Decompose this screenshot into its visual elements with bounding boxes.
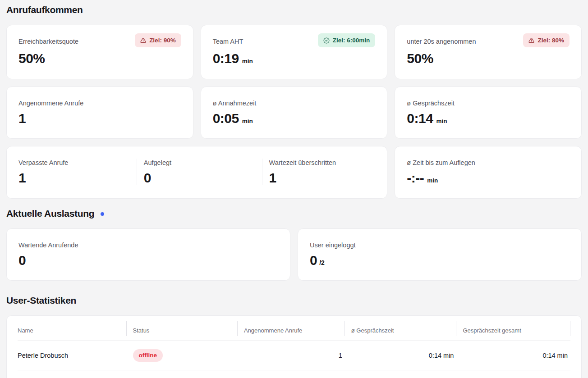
- warning-icon: [140, 37, 146, 43]
- kpi-card-angenommene-anrufe: Angenommene Anrufe 1: [6, 87, 193, 139]
- column-header-gespraechszeit: ø Gesprächszeit: [345, 316, 457, 341]
- kpi-unit: min: [242, 118, 253, 124]
- kpi-value: 0:14min: [407, 111, 570, 126]
- kpi-label: Wartende Anrufende: [18, 241, 78, 249]
- user-total-time-cell: -:-- min: [456, 370, 570, 378]
- kpi-card-wartende-anrufende: Wartende Anrufende 0: [6, 228, 290, 281]
- user-statistics-table-card: Name Status Angenommene Anrufe ø Gespräc…: [6, 315, 582, 378]
- kpi-row-1: Erreichbarkeitsquote Ziel: 90% 50% Team …: [6, 25, 582, 79]
- kpi-unit: min: [242, 58, 253, 64]
- target-badge-label: Ziel: 90%: [149, 37, 176, 44]
- kpi-card-header: Team AHT Ziel: 6:00min: [213, 37, 376, 47]
- kpi-label: Verpasste Anrufe: [18, 159, 68, 167]
- kpi-unit: min: [427, 177, 438, 184]
- user-avg-time-cell: -:-- min: [345, 370, 457, 378]
- status-badge: offline: [133, 349, 163, 362]
- warning-icon: [528, 37, 534, 43]
- kpi-label: Erreichbarkeitsquote: [18, 37, 78, 46]
- section-title-user-statistiken: User-Statistiken: [6, 295, 582, 306]
- kpi-card-header: Erreichbarkeitsquote Ziel: 90%: [18, 37, 181, 47]
- user-status-cell: offline: [127, 341, 238, 370]
- kpi-value: 50%: [18, 51, 181, 66]
- kpi-label: ø Annahmezeit: [213, 99, 257, 107]
- section-title-auslastung: Aktuelle Auslastung: [6, 208, 582, 219]
- kpi-card-header: User eingeloggt: [310, 241, 570, 249]
- target-badge: Ziel: 80%: [523, 33, 570, 47]
- section-title-text: User-Statistiken: [6, 295, 76, 306]
- target-badge: Ziel: 6:00min: [318, 33, 376, 47]
- table-row: Peterle Drobusch offline 1 0:14 min 0:14…: [18, 341, 570, 370]
- call-center-dashboard: Anrufaufkommen Erreichbarkeitsquote Ziel…: [0, 0, 588, 378]
- kpi-row-3: Verpasste Anrufe 1 Aufgelegt 0 Wartezeit…: [6, 146, 582, 199]
- auslastung-row: Wartende Anrufende 0 User eingeloggt 0/2: [6, 228, 582, 281]
- kpi-card-unter-20s: unter 20s angenommen Ziel: 80% 50%: [395, 25, 582, 79]
- kpi-card-header: Wartende Anrufende: [18, 241, 278, 249]
- kpi-label: unter 20s angenommen: [407, 37, 476, 46]
- section-title-anrufaufkommen: Anrufaufkommen: [6, 5, 582, 15]
- user-name-cell: Mara Kiefer: [18, 370, 127, 378]
- kpi-card-annahmezeit: ø Annahmezeit 0:05min: [201, 87, 388, 139]
- table-row: Mara Kiefer verfügbar - -:-- min -:-- mi…: [18, 370, 570, 378]
- column-header-gespraechszeit-gesamt: Gesprächszeit gesamt: [456, 316, 570, 341]
- kpi-label: Angenommene Anrufe: [18, 99, 83, 107]
- kpi-label: User eingeloggt: [310, 241, 356, 249]
- section-title-text: Aktuelle Auslastung: [6, 208, 94, 219]
- column-header-angenommene-anrufe: Angenommene Anrufe: [238, 316, 345, 341]
- kpi-value: 50%: [407, 51, 570, 66]
- column-header-name: Name: [18, 316, 127, 341]
- user-avg-time-cell: 0:14 min: [345, 341, 457, 370]
- kpi-value: 0: [144, 171, 262, 185]
- kpi-value: 0:19min: [213, 51, 376, 66]
- kpi-card-header: ø Zeit bis zum Auflegen: [407, 159, 570, 167]
- target-badge-label: Ziel: 80%: [537, 37, 564, 44]
- kpi-label: Aufgelegt: [144, 159, 171, 167]
- kpi-suffix: /2: [319, 259, 325, 266]
- kpi-card-verpasste-gruppe: Verpasste Anrufe 1 Aufgelegt 0 Wartezeit…: [6, 146, 387, 199]
- target-badge: Ziel: 90%: [135, 33, 181, 47]
- kpi-label: ø Zeit bis zum Auflegen: [407, 159, 475, 167]
- user-statistics-table: Name Status Angenommene Anrufe ø Gespräc…: [18, 316, 570, 378]
- stat-aufgelegt: Aufgelegt 0: [137, 159, 262, 185]
- kpi-card-team-aht: Team AHT Ziel: 6:00min 0:19min: [201, 25, 388, 79]
- kpi-label: Team AHT: [213, 37, 243, 46]
- stat-verpasste-anrufe: Verpasste Anrufe 1: [7, 159, 137, 185]
- kpi-card-header: unter 20s angenommen Ziel: 80%: [407, 37, 570, 47]
- stat-wartezeit-ueberschritten: Wartezeit überschritten 1: [262, 159, 387, 185]
- kpi-value: 0:05min: [213, 111, 376, 126]
- check-circle-icon: [323, 37, 330, 44]
- kpi-card-header: ø Annahmezeit: [213, 99, 376, 107]
- kpi-card-header: ø Gesprächszeit: [407, 99, 570, 107]
- kpi-card-erreichbarkeitsquote: Erreichbarkeitsquote Ziel: 90% 50%: [6, 25, 193, 79]
- section-title-text: Anrufaufkommen: [6, 5, 83, 15]
- target-badge-label: Ziel: 6:00min: [333, 37, 370, 44]
- kpi-value: 0: [18, 253, 278, 268]
- live-indicator-dot: [101, 212, 104, 216]
- kpi-value: 1: [18, 111, 181, 126]
- kpi-card-zeit-bis-auflegen: ø Zeit bis zum Auflegen -:--min: [395, 146, 582, 199]
- user-calls-cell: 1: [238, 341, 345, 370]
- kpi-unit: min: [436, 118, 447, 124]
- column-header-status: Status: [127, 316, 238, 341]
- user-calls-cell: -: [238, 370, 345, 378]
- kpi-value: 1: [18, 171, 137, 185]
- kpi-value: 1: [269, 171, 387, 185]
- kpi-value: 0/2: [310, 253, 570, 268]
- user-name-cell: Peterle Drobusch: [18, 341, 127, 370]
- kpi-value: -:--min: [407, 171, 570, 185]
- user-total-time-cell: 0:14 min: [456, 341, 570, 370]
- kpi-card-user-eingeloggt: User eingeloggt 0/2: [298, 228, 582, 281]
- kpi-card-gespraechszeit: ø Gesprächszeit 0:14min: [395, 87, 582, 139]
- user-status-cell: verfügbar: [127, 370, 238, 378]
- table-header-row: Name Status Angenommene Anrufe ø Gespräc…: [18, 316, 570, 341]
- kpi-label: Wartezeit überschritten: [269, 159, 336, 167]
- kpi-card-header: Angenommene Anrufe: [18, 99, 181, 107]
- kpi-row-2: Angenommene Anrufe 1 ø Annahmezeit 0:05m…: [6, 87, 582, 139]
- kpi-label: ø Gesprächszeit: [407, 99, 455, 107]
